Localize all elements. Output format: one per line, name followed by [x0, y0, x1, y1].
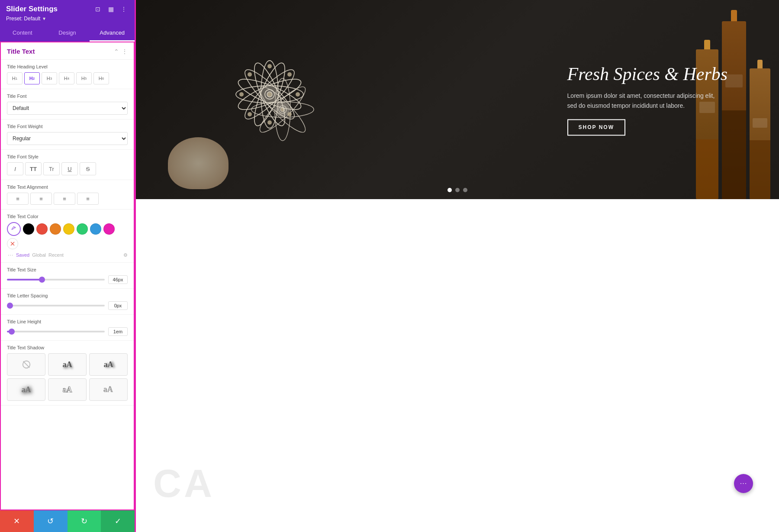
- letter-spacing-label: Title Letter Spacing: [7, 293, 128, 298]
- italic-btn[interactable]: I: [7, 162, 23, 175]
- heading-h3-btn[interactable]: H3: [42, 72, 57, 84]
- svg-point-23: [267, 64, 272, 68]
- alignment-label: Title Text Alignment: [7, 184, 128, 190]
- color-clear-btn[interactable]: [7, 238, 18, 249]
- size-slider[interactable]: [7, 279, 105, 281]
- ca-text: CA: [153, 461, 215, 506]
- slider-dot-2[interactable]: [455, 188, 460, 192]
- heading-h2-btn[interactable]: H2: [24, 72, 40, 84]
- style-buttons: I TT Tr U S: [7, 162, 128, 175]
- color-more-dots[interactable]: ···: [8, 252, 13, 258]
- color-orange[interactable]: [50, 223, 61, 235]
- size-value-input[interactable]: [108, 275, 128, 284]
- shop-now-button[interactable]: SHOP NOW: [567, 119, 625, 136]
- transform-btn[interactable]: Tr: [43, 162, 60, 175]
- svg-point-27: [267, 120, 272, 125]
- preset-arrow[interactable]: ▾: [43, 16, 45, 22]
- color-pink[interactable]: [103, 223, 115, 235]
- shadow-right-option[interactable]: aA: [89, 353, 128, 376]
- tab-advanced[interactable]: Advanced: [90, 25, 135, 42]
- more-icon[interactable]: ⋮: [119, 4, 129, 14]
- font-weight-label: Title Font Weight: [7, 124, 128, 129]
- tab-bar: Content Design Advanced: [0, 25, 135, 42]
- color-tab-saved[interactable]: Saved: [16, 252, 29, 258]
- color-blue[interactable]: [90, 223, 101, 235]
- slider-background: Fresh Spices & Herbs Lorem ipsum dolor s…: [136, 0, 779, 199]
- redo-button[interactable]: ↻: [68, 510, 101, 532]
- align-right-btn[interactable]: ≡: [54, 193, 75, 205]
- letter-spacing-slider[interactable]: [7, 305, 105, 306]
- spice-illustration: [200, 10, 365, 192]
- undo-button[interactable]: ↺: [34, 510, 68, 532]
- line-height-group: Title Line Height: [1, 315, 134, 341]
- shadow-bottom-option[interactable]: aA: [48, 353, 87, 376]
- svg-point-28: [248, 112, 252, 116]
- shadow-options: aA aA aA aA aA: [7, 353, 128, 401]
- heading-level-group: Title Heading Level H1 H2 H3 H4 H5 H6: [1, 60, 134, 89]
- fullscreen-icon[interactable]: ⊡: [93, 4, 103, 14]
- panel-section: Title Text ⌃ ⋮ Title Heading Level H1 H2…: [0, 42, 135, 510]
- heading-h1-btn[interactable]: H1: [7, 72, 23, 84]
- line-height-value-input[interactable]: [108, 327, 128, 336]
- collapse-icon[interactable]: ⌃: [114, 48, 119, 55]
- shadow-group: Title Text Shadow aA aA aA aA: [1, 341, 134, 406]
- color-settings-icon[interactable]: ⚙: [123, 252, 128, 258]
- section-header: Title Text ⌃ ⋮: [1, 42, 134, 60]
- color-label: Title Text Color: [7, 214, 128, 219]
- bold-tt-btn[interactable]: TT: [25, 162, 42, 175]
- slider-dots: [447, 188, 467, 192]
- underline-btn[interactable]: U: [61, 162, 78, 175]
- alignment-group: Title Text Alignment ≡ ≡ ≡ ≡: [1, 180, 134, 210]
- align-left-btn[interactable]: ≡: [7, 193, 29, 205]
- slider-heading: Fresh Spices & Herbs: [567, 63, 728, 85]
- sidebar-header: Slider Settings ⊡ ▦ ⋮ Preset: Default ▾: [0, 0, 135, 25]
- align-center-btn[interactable]: ≡: [30, 193, 52, 205]
- svg-point-30: [248, 72, 252, 77]
- heading-h6-btn[interactable]: H6: [93, 72, 109, 84]
- shadow-none-option[interactable]: [7, 353, 45, 376]
- shadow-emboss-option[interactable]: aA: [89, 378, 128, 401]
- color-tab-global[interactable]: Global: [32, 252, 46, 258]
- color-yellow[interactable]: [63, 223, 74, 235]
- align-justify-btn[interactable]: ≡: [77, 193, 99, 205]
- shadow-heavy-option[interactable]: aA: [7, 378, 45, 401]
- shadow-outline-option[interactable]: aA: [48, 378, 87, 401]
- color-red[interactable]: [36, 223, 48, 235]
- slider-desc-line1: Lorem ipsum dolor sit amet, consectetur …: [567, 91, 728, 111]
- slider-dot-1[interactable]: [447, 188, 452, 192]
- line-height-slider[interactable]: [7, 331, 105, 332]
- svg-point-25: [296, 92, 300, 97]
- svg-point-26: [287, 112, 292, 116]
- tab-content[interactable]: Content: [0, 25, 45, 42]
- size-slider-row: [7, 275, 128, 284]
- color-green[interactable]: [77, 223, 88, 235]
- save-button[interactable]: ✓: [101, 510, 135, 532]
- letter-spacing-slider-row: [7, 301, 128, 310]
- font-select[interactable]: Default: [7, 102, 128, 115]
- cancel-button[interactable]: ✕: [0, 510, 34, 532]
- section-more-icon[interactable]: ⋮: [122, 48, 128, 55]
- line-height-label: Title Line Height: [7, 319, 128, 324]
- color-picker-row: [7, 222, 128, 249]
- svg-point-29: [239, 92, 244, 97]
- strikethrough-btn[interactable]: S: [80, 162, 96, 175]
- eyedropper-btn[interactable]: [7, 222, 21, 236]
- line-height-slider-row: [7, 327, 128, 336]
- section-header-icons: ⌃ ⋮: [114, 48, 128, 55]
- fab-button[interactable]: ···: [734, 474, 753, 493]
- heading-h4-btn[interactable]: H4: [59, 72, 74, 84]
- sidebar-title: Slider Settings: [6, 5, 58, 13]
- color-tab-recent[interactable]: Recent: [48, 252, 64, 258]
- color-group: Title Text Color: [1, 210, 134, 263]
- heading-h5-btn[interactable]: H5: [76, 72, 92, 84]
- preset-label: Preset: Default ▾: [6, 16, 129, 22]
- font-weight-select[interactable]: Regular: [7, 132, 128, 145]
- letter-spacing-value-input[interactable]: [108, 301, 128, 310]
- columns-icon[interactable]: ▦: [106, 4, 116, 14]
- heading-buttons: H1 H2 H3 H4 H5 H6: [7, 72, 128, 84]
- tab-design[interactable]: Design: [45, 25, 90, 42]
- sidebar: Slider Settings ⊡ ▦ ⋮ Preset: Default ▾ …: [0, 0, 136, 532]
- svg-point-22: [267, 92, 272, 97]
- color-black[interactable]: [23, 223, 34, 235]
- slider-dot-3[interactable]: [463, 188, 467, 192]
